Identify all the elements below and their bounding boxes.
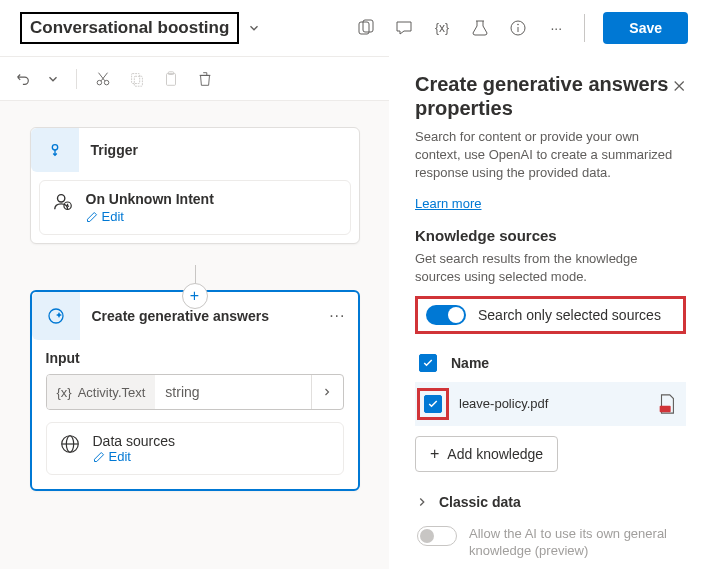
variable-token-icon: {x}: [57, 385, 72, 400]
svg-point-12: [52, 145, 57, 150]
save-button[interactable]: Save: [603, 12, 688, 44]
knowledge-sources-desc: Get search results from the knowledge so…: [415, 250, 686, 286]
file-name: leave-policy.pdf: [459, 396, 646, 411]
name-column-header: Name: [451, 355, 489, 371]
card-title: Create generative answers: [80, 308, 269, 324]
allow-ai-label: Allow the AI to use its own general know…: [469, 526, 686, 560]
search-only-toggle[interactable]: [426, 305, 466, 325]
close-icon[interactable]: [672, 76, 686, 96]
info-icon[interactable]: [508, 18, 528, 38]
search-only-label: Search only selected sources: [478, 307, 661, 323]
panel-title: Create generative answers properties: [415, 72, 672, 120]
file-checkbox[interactable]: [424, 395, 442, 413]
chevron-down-icon[interactable]: [247, 21, 261, 35]
trigger-label: Trigger: [79, 142, 138, 158]
copy-icon[interactable]: [127, 69, 147, 89]
paste-icon[interactable]: [161, 69, 181, 89]
pdf-file-icon: [656, 393, 678, 415]
person-icon: [52, 191, 74, 213]
svg-point-5: [517, 24, 519, 26]
more-icon[interactable]: ···: [546, 18, 566, 38]
name-header-row: Name: [415, 344, 686, 382]
svg-rect-8: [132, 73, 140, 83]
knowledge-file-row[interactable]: leave-policy.pdf: [415, 382, 686, 426]
variable-icon[interactable]: {x}: [432, 18, 452, 38]
edit-trigger-link[interactable]: Edit: [86, 209, 338, 224]
globe-icon: [59, 433, 81, 455]
input-field[interactable]: {x}Activity.Text string: [46, 374, 344, 410]
search-only-toggle-row: Search only selected sources: [415, 296, 686, 334]
plus-icon: +: [430, 445, 439, 463]
allow-ai-row: Allow the AI to use its own general know…: [415, 526, 686, 560]
comment-icon[interactable]: [394, 18, 414, 38]
input-label: Input: [46, 350, 344, 366]
add-knowledge-button[interactable]: + Add knowledge: [415, 436, 558, 472]
classic-data-section[interactable]: Classic data: [415, 494, 686, 510]
svg-point-6: [97, 80, 102, 85]
card-menu-icon[interactable]: ···: [329, 307, 345, 325]
chevron-right-icon: [415, 495, 429, 509]
copilot-icon[interactable]: [356, 18, 376, 38]
on-unknown-intent-label: On Unknown Intent: [86, 191, 338, 207]
svg-point-7: [104, 80, 109, 85]
sparkle-icon: [46, 306, 66, 326]
topic-title[interactable]: Conversational boosting: [20, 12, 239, 44]
expand-input-icon[interactable]: [311, 375, 343, 409]
undo-menu-icon[interactable]: [46, 72, 60, 86]
svg-rect-18: [660, 406, 671, 412]
delete-icon[interactable]: [195, 69, 215, 89]
trigger-icon: [46, 141, 64, 159]
svg-rect-10: [167, 73, 176, 85]
pencil-icon: [86, 211, 98, 223]
cut-icon[interactable]: [93, 69, 113, 89]
generative-answers-card[interactable]: Create generative answers ··· Input {x}A…: [30, 290, 360, 491]
allow-ai-toggle: [417, 526, 457, 546]
pencil-icon: [93, 451, 105, 463]
svg-text:{x}: {x}: [435, 21, 449, 35]
edit-data-sources-link[interactable]: Edit: [93, 449, 175, 464]
add-node-button[interactable]: +: [182, 283, 208, 309]
trigger-card[interactable]: Trigger On Unknown Intent Edit: [30, 127, 360, 244]
panel-description: Search for content or provide your own c…: [415, 128, 686, 183]
divider: [76, 69, 77, 89]
type-label: string: [155, 384, 310, 400]
svg-point-13: [57, 195, 64, 202]
test-icon[interactable]: [470, 18, 490, 38]
knowledge-sources-heading: Knowledge sources: [415, 227, 686, 244]
learn-more-link[interactable]: Learn more: [415, 196, 481, 211]
data-sources-label: Data sources: [93, 433, 175, 449]
select-all-checkbox[interactable]: [419, 354, 437, 372]
divider: [584, 14, 585, 42]
undo-icon[interactable]: [12, 69, 32, 89]
svg-rect-9: [134, 76, 142, 86]
